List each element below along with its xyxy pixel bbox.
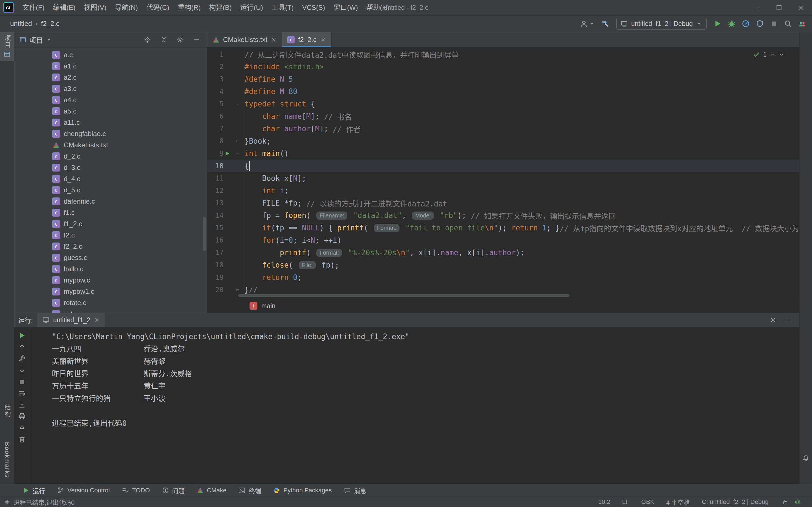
print-icon[interactable]	[18, 412, 26, 420]
project-file[interactable]: ca11.c	[14, 117, 207, 128]
tool-window-switcher-icon[interactable]	[4, 499, 10, 505]
code-line-19[interactable]: 19 return 0;	[207, 271, 799, 284]
menu-item[interactable]: 导航(N)	[111, 0, 142, 15]
run-settings-icon[interactable]	[18, 355, 26, 362]
close-tab-icon[interactable]	[94, 317, 100, 323]
indent-setting[interactable]: 4 个空格	[666, 497, 690, 506]
build-hammer-icon[interactable]	[601, 19, 610, 28]
code-line-13[interactable]: 13 FILE *fp; // 以读的方式打开二进制文件data2.dat	[207, 197, 799, 209]
down-stack-icon[interactable]	[18, 366, 26, 374]
scroll-to-end-icon[interactable]	[18, 401, 26, 409]
run-console[interactable]: "C:\Users\Martin Yang\CLionProjects\unti…	[30, 327, 799, 484]
toolwindow-button-问题[interactable]: 问题	[156, 484, 191, 497]
project-file[interactable]: ca3.c	[14, 83, 207, 94]
code-line-10[interactable]: 10{	[207, 160, 799, 172]
lock-icon[interactable]	[782, 499, 788, 505]
menu-item[interactable]: 构建(B)	[205, 0, 236, 15]
fold-marker[interactable]: −	[236, 150, 239, 157]
project-file[interactable]: cmypow.c	[14, 275, 207, 286]
gear-icon[interactable]	[769, 316, 777, 324]
toolwindow-button-终端[interactable]: 终端	[232, 484, 267, 497]
chevron-down-icon[interactable]	[778, 52, 784, 58]
menu-item[interactable]: 运行(U)	[236, 0, 267, 15]
fold-marker[interactable]: ⌐	[236, 138, 239, 145]
project-file[interactable]: cf2.c	[14, 230, 207, 241]
project-file[interactable]: ca1.c	[14, 61, 207, 72]
maximize-button[interactable]	[768, 0, 790, 15]
project-file[interactable]: cmypow1.c	[14, 286, 207, 297]
close-tab-icon[interactable]	[271, 37, 277, 43]
toolwindow-button-消息[interactable]: 消息	[338, 484, 372, 497]
toolwindow-button-TODO[interactable]: TODO	[116, 484, 156, 497]
debug-button[interactable]	[727, 19, 736, 28]
project-scrollbar[interactable]	[203, 217, 206, 251]
profiler-button[interactable]	[742, 19, 750, 28]
code-line-7[interactable]: 7 char author[M]; // 作者	[207, 122, 799, 135]
project-file[interactable]: cf2_2.c	[14, 241, 207, 252]
stripe-button-notifications[interactable]	[800, 452, 812, 465]
project-file[interactable]: ca4.c	[14, 94, 207, 106]
menu-item[interactable]: 窗口(W)	[329, 0, 362, 15]
code-line-14[interactable]: 14 fp = fopen( Filename: "data2.dat", Mo…	[207, 209, 799, 222]
run-line-icon[interactable]	[224, 151, 231, 157]
breadcrumb-function[interactable]: main	[261, 302, 275, 310]
project-file[interactable]: challo.c	[14, 263, 207, 275]
stripe-button-structure[interactable]: 结构	[0, 401, 14, 420]
run-button[interactable]	[713, 19, 722, 28]
stop-icon[interactable]	[18, 378, 26, 386]
hide-panel-icon[interactable]	[193, 36, 200, 43]
fold-marker[interactable]: ⌐	[236, 286, 239, 293]
menu-item[interactable]: 工具(T)	[267, 0, 298, 15]
collapse-all-icon[interactable]	[160, 36, 167, 43]
breadcrumb-file[interactable]: f2_2.c	[41, 20, 59, 27]
fold-marker[interactable]: −	[236, 101, 239, 107]
toolwindow-button-Python Packages[interactable]: Python Packages	[267, 484, 338, 497]
stripe-button-bookmarks[interactable]: Bookmarks	[0, 439, 14, 481]
minimize-button[interactable]	[746, 0, 768, 15]
chevron-down-icon[interactable]	[46, 37, 52, 43]
code-line-17[interactable]: 17 printf( Format: "%-20s%-20s\n", x[i].…	[207, 246, 799, 259]
menu-item[interactable]: 视图(V)	[80, 0, 111, 15]
project-panel-title[interactable]: 项目	[29, 35, 43, 45]
project-file[interactable]: cdafennie.c	[14, 196, 207, 207]
code-line-6[interactable]: 6 char name[M]; // 书名	[207, 110, 799, 122]
caret-position[interactable]: 10:2	[598, 498, 610, 506]
project-file[interactable]: cd_2.c	[14, 151, 207, 162]
chevron-up-icon[interactable]	[769, 52, 776, 58]
run-tab[interactable]: untitled_f1_2	[37, 313, 105, 327]
resolve-context[interactable]: C: untitled_f2_2 | Debug	[702, 498, 769, 506]
project-file[interactable]: cchengfabiao.c	[14, 128, 207, 139]
project-file[interactable]: ca.c	[14, 49, 207, 61]
editor-tab-CMakeLists.txt[interactable]: CMakeLists.txt	[207, 32, 282, 47]
pin-icon[interactable]	[18, 424, 26, 432]
up-stack-icon[interactable]	[18, 343, 26, 351]
code-line-5[interactable]: 5−typedef struct {	[207, 98, 799, 110]
user-menu[interactable]	[580, 19, 595, 28]
menu-item[interactable]: VCS(S)	[298, 0, 329, 15]
locate-file-icon[interactable]	[144, 36, 151, 43]
code-line-4[interactable]: 4#define M 80	[207, 86, 799, 98]
editor-tab-f2_2.c[interactable]: cf2_2.c	[282, 32, 331, 47]
code-line-12[interactable]: 12 int i;	[207, 184, 799, 197]
menu-item[interactable]: 文件(F)	[18, 0, 49, 15]
line-ending[interactable]: LF	[622, 498, 629, 506]
menu-item[interactable]: 重构(R)	[173, 0, 205, 15]
coverage-button[interactable]	[756, 19, 764, 28]
project-file[interactable]: CMakeLists.txt	[14, 139, 207, 151]
code-line-15[interactable]: 15 if(fp == NULL) { printf( Format: "fai…	[207, 222, 799, 234]
toolwindow-button-Version Control[interactable]: Version Control	[51, 484, 116, 497]
search-everywhere-icon[interactable]	[784, 19, 792, 28]
code-line-16[interactable]: 16 for(i=0; i<N; ++i)	[207, 234, 799, 246]
editor-horizontal-scrollbar[interactable]	[238, 294, 569, 297]
menu-item[interactable]: 编辑(E)	[49, 0, 80, 15]
code-line-1[interactable]: 1// 从二进制文件data2.dat中读取图书信息，并打印输出到屏幕	[207, 48, 799, 61]
project-file[interactable]: cguess.c	[14, 252, 207, 263]
code-line-8[interactable]: 8⌐}Book;	[207, 135, 799, 147]
toolwindow-button-CMake[interactable]: CMake	[191, 484, 233, 497]
code-line-9[interactable]: 9−int main()	[207, 147, 799, 160]
project-file[interactable]: cd_4.c	[14, 173, 207, 184]
inspection-widget[interactable]: 1	[751, 50, 787, 59]
code-with-me-icon[interactable]	[798, 19, 806, 28]
gear-icon[interactable]	[176, 36, 184, 43]
project-file[interactable]: cd_3.c	[14, 162, 207, 173]
